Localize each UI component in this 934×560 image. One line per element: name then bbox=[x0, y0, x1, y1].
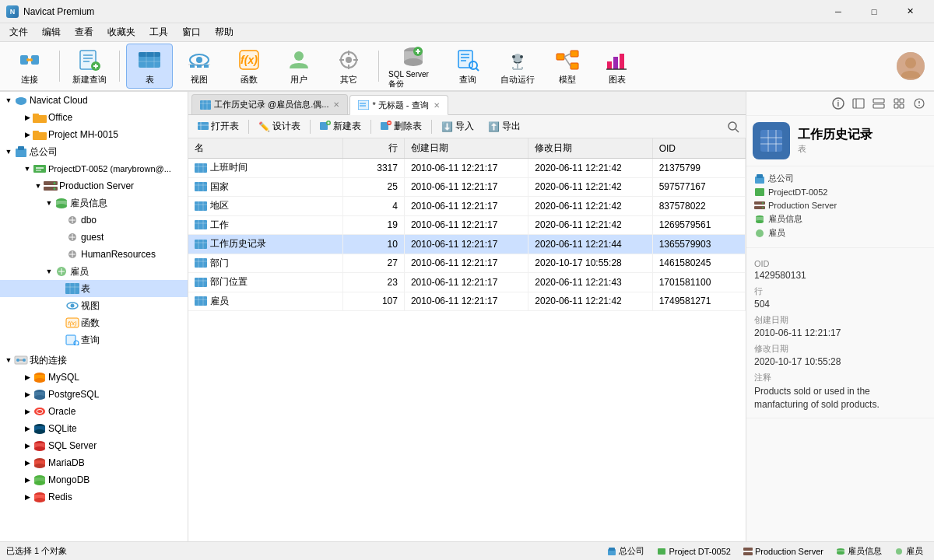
svg-point-219 bbox=[837, 551, 844, 555]
minimize-button[interactable]: ─ bbox=[820, 0, 856, 23]
cloud-icon bbox=[14, 94, 28, 107]
info-btn[interactable]: i bbox=[830, 95, 847, 112]
svg-rect-66 bbox=[33, 114, 39, 117]
table-row[interactable]: 国家 25 2010-06-11 12:21:17 2020-06-11 12:… bbox=[188, 177, 746, 197]
menu-favorites[interactable]: 收藏夹 bbox=[101, 24, 142, 40]
col-header-modified[interactable]: 修改日期 bbox=[528, 138, 652, 159]
user-avatar[interactable] bbox=[897, 52, 925, 80]
toolbar-query-label: 查询 bbox=[459, 74, 476, 86]
toolbar-sql-backup[interactable]: SQL Server 备份 bbox=[385, 44, 441, 89]
import-btn[interactable]: ⬇️ 导入 bbox=[435, 117, 480, 135]
svg-rect-150 bbox=[195, 163, 207, 173]
panel-btn-3[interactable] bbox=[870, 95, 887, 112]
svg-rect-20 bbox=[190, 65, 195, 68]
sidebar-dbo[interactable]: ▶ dbo bbox=[0, 212, 188, 229]
menu-file[interactable]: 文件 bbox=[3, 24, 34, 40]
tab-untitled-close[interactable]: ✕ bbox=[434, 101, 440, 110]
right-panel-subtitle: 表 bbox=[798, 143, 873, 155]
toolbar-user[interactable]: 用户 bbox=[276, 44, 322, 89]
toolbar-new-query[interactable]: 新建查询 bbox=[66, 44, 113, 89]
menu-help[interactable]: 帮助 bbox=[209, 24, 240, 40]
sidebar-employee-schema[interactable]: ▼ 雇员 bbox=[0, 263, 188, 280]
toolbar-other[interactable]: 其它 bbox=[325, 44, 372, 89]
tab-untitled[interactable]: * 无标题 - 查询 ✕ bbox=[349, 95, 448, 115]
table-row[interactable]: 部门 27 2010-06-11 12:21:17 2020-10-17 10:… bbox=[188, 254, 746, 273]
sidebar-employee-info[interactable]: ▼ 雇员信息 bbox=[0, 194, 188, 212]
status-company[interactable]: 总公司 bbox=[602, 544, 649, 559]
sidebar-sqlite[interactable]: ▶ SQLite bbox=[0, 420, 188, 437]
design-table-btn[interactable]: ✏️ 设计表 bbox=[252, 117, 307, 135]
new-table-btn[interactable]: 新建表 bbox=[314, 117, 367, 135]
maximize-button[interactable]: □ bbox=[856, 0, 892, 23]
sidebar-mariadb[interactable]: ▶ MariaDB bbox=[0, 454, 188, 471]
toolbar-chart[interactable]: 图表 bbox=[594, 44, 641, 89]
panel-btn-5[interactable] bbox=[911, 95, 928, 112]
status-db[interactable]: 雇员信息 bbox=[831, 544, 887, 559]
toolbar-connect[interactable]: 连接 bbox=[6, 44, 53, 89]
sidebar-office[interactable]: ▶ Office bbox=[0, 109, 188, 126]
table-row[interactable]: 雇员 107 2010-06-11 12:21:17 2020-06-11 12… bbox=[188, 292, 746, 311]
sidebar-my-connections[interactable]: ▼ 我的连接 bbox=[0, 352, 188, 369]
svg-rect-73 bbox=[36, 170, 41, 171]
sidebar-mysql[interactable]: ▶ MySQL bbox=[0, 369, 188, 386]
toolbar-view[interactable]: 视图 bbox=[176, 44, 223, 89]
sidebar-sqlserver[interactable]: ▶ SQL Server bbox=[0, 437, 188, 454]
export-icon: ⬆️ bbox=[488, 121, 500, 132]
toolbar-model[interactable]: 模型 bbox=[544, 44, 591, 89]
col-header-oid[interactable]: OID bbox=[652, 138, 745, 159]
status-server[interactable]: Production Server bbox=[739, 544, 828, 559]
tab-history-close[interactable]: ✕ bbox=[333, 100, 339, 109]
table-row[interactable]: 部门位置 23 2010-06-11 12:21:17 2020-06-11 1… bbox=[188, 273, 746, 292]
tab-history[interactable]: 工作历史记录 @雇员信息.偶... ✕ bbox=[191, 94, 348, 114]
delete-table-icon bbox=[381, 121, 392, 132]
svg-rect-216 bbox=[743, 552, 753, 555]
user-icon bbox=[286, 47, 311, 72]
open-table-btn[interactable]: 打开表 bbox=[191, 117, 245, 135]
table-row[interactable]: 工作历史记录 10 2010-06-11 12:21:17 2020-06-11… bbox=[188, 235, 746, 254]
toolbar-other-label: 其它 bbox=[340, 74, 357, 86]
menu-tools[interactable]: 工具 bbox=[143, 24, 174, 40]
table-row[interactable]: 工作 19 2010-06-11 12:21:17 2020-06-11 12:… bbox=[188, 215, 746, 235]
panel-btn-2[interactable] bbox=[850, 95, 867, 112]
toolbar-chart-label: 图表 bbox=[609, 74, 626, 86]
sidebar-query-node[interactable]: ▶ 查询 bbox=[0, 331, 188, 348]
toolbar-table[interactable]: 表 bbox=[126, 44, 173, 89]
employee-info-db-icon bbox=[54, 197, 68, 209]
sidebar-guest[interactable]: ▶ guest bbox=[0, 229, 188, 246]
toolbar-function[interactable]: f(x) 函数 bbox=[226, 44, 272, 89]
cell-modified: 2020-06-11 12:21:43 bbox=[528, 273, 652, 292]
close-button[interactable]: ✕ bbox=[892, 0, 928, 23]
menu-edit[interactable]: 编辑 bbox=[36, 24, 67, 40]
sidebar-table-node[interactable]: ▶ 表 bbox=[0, 280, 188, 297]
status-schema[interactable]: 雇员 bbox=[890, 544, 928, 559]
table-row[interactable]: 上班时间 3317 2010-06-11 12:21:17 2020-06-11… bbox=[188, 159, 746, 178]
sidebar-redis[interactable]: ▶ Redis bbox=[0, 488, 188, 506]
sidebar-project-mh[interactable]: ▶ Project MH-0015 bbox=[0, 126, 188, 143]
sidebar-postgresql[interactable]: ▶ PostgreSQL bbox=[0, 386, 188, 403]
table-row[interactable]: 地区 4 2010-06-11 12:21:17 2020-06-11 12:2… bbox=[188, 197, 746, 216]
menu-window[interactable]: 窗口 bbox=[176, 24, 207, 40]
menu-view[interactable]: 查看 bbox=[68, 24, 100, 40]
sidebar-navicat-cloud[interactable]: ▼ Navicat Cloud bbox=[0, 92, 188, 109]
sidebar-humanresources[interactable]: ▶ HumanResources bbox=[0, 246, 188, 263]
sidebar-company[interactable]: ▼ 总公司 bbox=[0, 143, 188, 160]
toolbar-auto-run[interactable]: 自动运行 bbox=[494, 44, 541, 89]
col-header-name[interactable]: 名 bbox=[188, 138, 342, 159]
panel-btn-4[interactable] bbox=[890, 95, 908, 112]
sidebar-mongodb[interactable]: ▶ MongoDB bbox=[0, 471, 188, 488]
search-btn[interactable] bbox=[724, 117, 743, 136]
delete-table-btn[interactable]: 删除表 bbox=[374, 117, 428, 135]
sidebar-production-server[interactable]: ▼ Production Server bbox=[0, 177, 188, 194]
sidebar-view-node[interactable]: ▶ 视图 bbox=[0, 297, 188, 314]
svg-rect-214 bbox=[658, 548, 665, 555]
sidebar-projectdt[interactable]: ▼ ProjectDT-0052 (marybrown@... bbox=[0, 160, 188, 177]
svg-rect-22 bbox=[204, 65, 209, 68]
toolbar-query[interactable]: 查询 bbox=[444, 44, 491, 89]
col-header-created[interactable]: 创建日期 bbox=[404, 138, 528, 159]
col-header-rows[interactable]: 行 bbox=[342, 138, 404, 159]
sidebar-oracle[interactable]: ▶ Oracle bbox=[0, 403, 188, 420]
status-project[interactable]: Project DT-0052 bbox=[652, 544, 735, 559]
export-btn[interactable]: ⬆️ 导出 bbox=[482, 117, 527, 135]
sidebar-function-node[interactable]: ▶ f(x) 函数 bbox=[0, 314, 188, 331]
expand-arrow: ▶ bbox=[22, 406, 33, 417]
